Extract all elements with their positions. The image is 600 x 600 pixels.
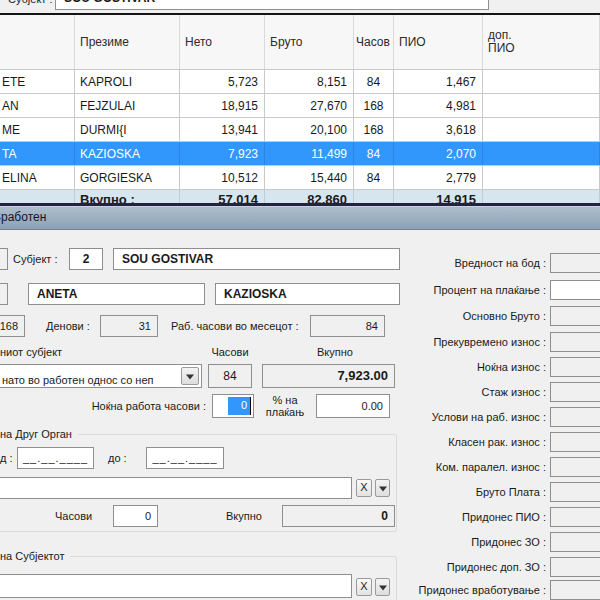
other-organ-total-field: 0 [282, 505, 395, 527]
col-header-dop-pio[interactable]: доп. ПИО [483, 15, 600, 69]
right-field-pridones-vrabotuvanje [550, 580, 600, 600]
right-field-uslovi [550, 407, 600, 427]
percent-pay-label: % на плаќањ [256, 394, 314, 418]
date-to-label: до : [108, 452, 127, 464]
days-label: Денови : [46, 320, 90, 332]
work-relation-combo-text: нато во работен однос со неп [2, 369, 154, 391]
subject-group-title: на Субјектот [0, 550, 70, 562]
right-label-procent: Процент на плаќање : [408, 280, 546, 300]
total-column-label: Вкупно [290, 346, 380, 358]
other-organ-group-title: на Друг Орган [0, 428, 78, 440]
employee-panel-title: Вработен [0, 206, 46, 229]
right-label-staz: Стаж износ : [408, 382, 546, 402]
month-hours-field: 84 [310, 315, 385, 337]
employee-table: Презиме Нето Бруто Часов ПИО доп. ПИО ET… [0, 15, 600, 209]
work-relation-combobox[interactable]: нато во работен однос со неп [0, 364, 202, 388]
col-header-neto[interactable]: Нето [180, 15, 265, 69]
subject-code-field[interactable]: 2 [69, 248, 103, 270]
other-organ-total-label: Вкупно [226, 510, 262, 522]
right-field-prekuvremeno [550, 332, 600, 352]
chevron-down-icon [379, 487, 387, 492]
work-relation-hours-field: 84 [208, 364, 252, 388]
right-label-kom-paralel: Ком. паралел. износ : [408, 457, 546, 477]
right-label-vrednost: Вредност на бод : [408, 253, 546, 273]
date-from-label: д : [0, 452, 13, 464]
col-header-hours[interactable]: Часов [354, 15, 394, 69]
table-row[interactable]: AN FEJZULAI 18,915 27,670 168 4,981 [0, 94, 600, 118]
other-organ-dropdown-button[interactable] [375, 479, 390, 497]
right-label-klasen: Класен рак. износ : [408, 432, 546, 452]
chevron-down-icon [379, 586, 387, 591]
col-header-surname[interactable]: Презиме [75, 15, 180, 69]
work-relation-dropdown-button[interactable] [181, 367, 199, 385]
date-to-field[interactable]: __.__.____ [146, 447, 224, 469]
right-field-nokna [550, 357, 600, 377]
chevron-down-icon [186, 375, 194, 380]
right-label-bruto-plata: Бруто Плата : [408, 482, 546, 502]
days-field: 31 [100, 315, 158, 337]
night-work-hours-field[interactable]: 0 [212, 394, 254, 418]
other-organ-hours-label: Часови [55, 510, 92, 522]
right-field-bruto-plata [550, 482, 600, 502]
right-field-staz [550, 382, 600, 402]
row-number-stub-field [0, 248, 8, 270]
right-field-kom-paralel [550, 457, 600, 477]
subject-name-field[interactable]: SOU GOSTIVAR [113, 248, 400, 270]
work-relation-total-field: 7,923.00 [262, 364, 395, 388]
table-row-selected[interactable]: TA KAZIOSKA 7,923 11,499 84 2,070 [0, 142, 600, 166]
right-label-pridones-vrabotuvanje: Придонес вработување : [408, 580, 546, 600]
right-field-osnovno-bruto [550, 306, 600, 326]
right-label-uslovi: Услови на раб. износ : [408, 407, 546, 427]
subject-label: Субјект : [13, 253, 58, 265]
last-name-field[interactable]: KAZIOSKA [215, 283, 400, 305]
right-label-nokna: Ноќна износ : [408, 357, 546, 377]
subject-dropdown-button[interactable] [375, 578, 390, 596]
text-cursor [250, 397, 251, 415]
table-row[interactable]: ETE KAPROLI 5,723 8,151 84 1,467 [0, 70, 600, 94]
subject-clear-button[interactable]: X [356, 578, 372, 596]
subject-top-field[interactable]: SOU GOSTIVAR [55, 0, 489, 10]
employee-panel-header[interactable]: Вработен [0, 206, 600, 230]
table-header-row: Презиме Нето Бруто Часов ПИО доп. ПИО [0, 15, 600, 70]
right-field-pridones-zo [550, 532, 600, 552]
right-field-pridones-pio [550, 507, 600, 527]
right-label-pridones-pio: Придонес ПИО : [408, 507, 546, 527]
right-field-vrednost [550, 253, 600, 273]
table-row[interactable]: ME DURMI{I 13,941 20,100 168 3,618 [0, 118, 600, 142]
right-field-pridones-dop-zo [550, 557, 600, 577]
col-header-name[interactable] [0, 15, 75, 69]
other-organ-clear-button[interactable]: X [356, 479, 372, 497]
other-organ-hours-field[interactable]: 0 [113, 505, 158, 527]
right-label-pridones-dop-zo: Придонес доп. ЗО : [408, 557, 546, 577]
right-label-osnovno-bruto: Основно Бруто : [408, 306, 546, 326]
right-field-klasen [550, 432, 600, 452]
subject-top-label: Субјект : [8, 0, 53, 5]
right-label-pridones-zo: Придонес ЗО : [408, 532, 546, 552]
percent-pay-field[interactable]: 0.00 [316, 394, 390, 418]
row-number-stub-field2 [0, 283, 8, 305]
night-work-label: Ноќна работа часови : [60, 400, 206, 412]
first-name-field[interactable]: ANETA [28, 283, 205, 305]
subject-lookup-field[interactable] [0, 574, 352, 598]
payroll-app-window: Субјект : SOU GOSTIVAR Презиме Нето Брут… [0, 0, 600, 600]
col-header-pio[interactable]: ПИО [394, 15, 483, 69]
col-header-bruto[interactable]: Бруто [265, 15, 354, 69]
other-organ-lookup-field[interactable] [0, 477, 352, 499]
right-label-prekuvremeno: Прекувремено износ : [408, 332, 546, 352]
top-partial-row: Субјект : SOU GOSTIVAR [0, 0, 600, 13]
hours-168-field: 168 [0, 315, 25, 337]
night-work-selected-text: 0 [228, 397, 250, 415]
month-hours-label: Раб. часови во месецот : [171, 320, 299, 332]
hours-column-label: Часови [204, 346, 256, 358]
right-field-procent[interactable] [550, 280, 600, 300]
table-row[interactable]: ELINA GORGIESKA 10,512 15,440 84 2,779 [0, 166, 600, 190]
date-from-field[interactable]: __.__.____ [17, 447, 94, 469]
main-subject-section-label: ниот субјект [0, 346, 62, 358]
